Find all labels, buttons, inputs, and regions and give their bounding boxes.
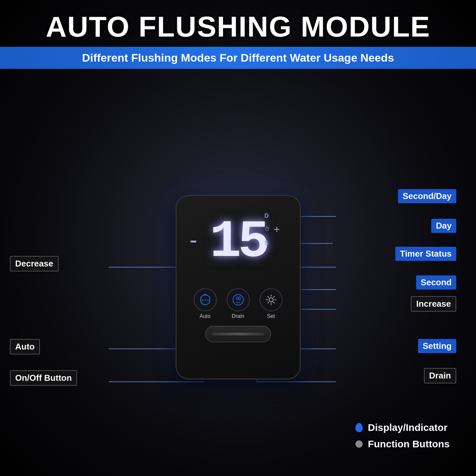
annotation-timer-status: Timer Status [395, 247, 456, 261]
digit-display: 15 [210, 216, 266, 268]
legend-function: Function Buttons [355, 438, 450, 450]
annotation-increase: Increase [411, 296, 456, 312]
day-letter: D [265, 212, 269, 219]
drain-icon [231, 293, 245, 307]
set-button-item: Set [260, 288, 283, 319]
drain-button-item: Drain [227, 288, 250, 319]
device-panel: - 15 D ⏱ + S [176, 195, 301, 379]
minus-button[interactable]: - [190, 228, 197, 251]
drain-label: Drain [232, 313, 244, 319]
side-indicators: D ⏱ + S [265, 212, 280, 246]
auto-button[interactable]: AUTO [194, 288, 217, 311]
annotation-second: Second [416, 275, 456, 290]
legend-display: Display/Indicator [355, 422, 450, 433]
annotation-drain: Drain [424, 368, 456, 383]
auto-icon: AUTO [198, 293, 212, 307]
buttons-row: AUTO Auto Drain [194, 288, 283, 319]
svg-point-16 [236, 297, 238, 300]
plus-button[interactable]: + [274, 223, 280, 236]
svg-text:AUTO: AUTO [201, 298, 209, 301]
second-letter: S [265, 239, 268, 246]
annotation-second-day: Second/Day [398, 189, 456, 203]
function-dot [355, 440, 363, 448]
set-button[interactable] [260, 288, 283, 311]
content-area: - 15 D ⏱ + S [0, 79, 476, 476]
svg-point-15 [233, 294, 243, 305]
onoff-button[interactable] [205, 326, 271, 342]
annotation-auto: Auto [10, 339, 40, 354]
onoff-bar [212, 333, 265, 335]
display-area: - 15 D ⏱ + S [186, 209, 290, 275]
day-indicator: D [265, 212, 269, 219]
set-label: Set [267, 313, 275, 319]
annotation-setting: Setting [418, 339, 456, 353]
timer-icon: ⏱ [265, 226, 270, 232]
annotation-day: Day [431, 219, 456, 233]
timer-indicator: ⏱ + [265, 223, 280, 236]
svg-point-18 [269, 297, 273, 301]
set-icon [264, 293, 278, 307]
display-dot [355, 423, 363, 432]
legend: Display/Indicator Function Buttons [355, 422, 450, 450]
subtitle-bar: Different Flushing Modes For Different W… [0, 47, 476, 69]
annotation-decrease: Decrease [10, 256, 59, 271]
main-title: AUTO FLUSHING MODULE [0, 0, 476, 47]
annotation-onoff-button: On/Off Button [10, 370, 77, 386]
svg-point-17 [238, 297, 240, 300]
drain-button[interactable] [227, 288, 250, 311]
auto-label: Auto [200, 313, 210, 319]
second-indicator: S [265, 239, 268, 246]
auto-button-item: AUTO Auto [194, 288, 217, 319]
page-container: AUTO FLUSHING MODULE Different Flushing … [0, 0, 476, 476]
